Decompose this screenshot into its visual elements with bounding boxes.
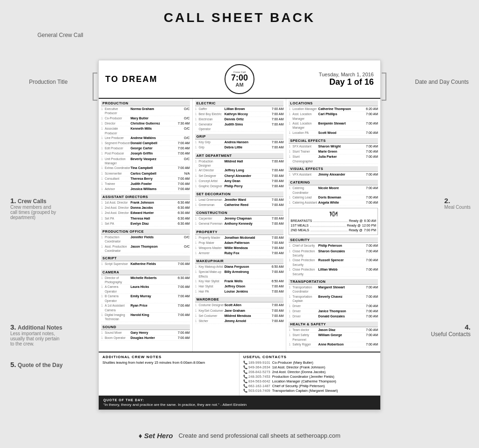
production-office-section: PRODUCTION OFFICE 1 Production Coordinat… (101, 229, 190, 254)
table-row: 1 Catering Lead Doris Bowman 7:00 AM (289, 195, 378, 200)
transportation-rows: 1 Transportation Coordinator Margaret St… (289, 285, 378, 319)
table-row: 1 Trainee Judith Fowler 7:00 AM (101, 182, 190, 187)
table-row: 1 Director Christine Gutierrez 7:30 AM (101, 121, 190, 126)
table-row: 1 Best Boy Electric Kathryn Mccoy 7:00 A… (195, 112, 284, 117)
table-row: 1 Driver Donald Gonzales 7:00 AM (289, 314, 378, 319)
table-row: 1 Transportation Captain Beverly Chavez … (289, 294, 378, 304)
doc-date-block: Tuesday, March 1, 2016 Day 1 of 16 (262, 72, 374, 87)
table-row: 1 2nd Asst. Director Edward Hunter 6:30 … (101, 211, 190, 216)
table-row: 1 Greensman Catherine Reed 7:00 AM (195, 203, 284, 208)
meal-icon: 🍽 (290, 210, 376, 218)
table-row: 1 B Camera Operator Emily Murray 7:00 AM (101, 294, 190, 303)
table-row: 1 Lead Greensman Jennifer Ward 7:00 AM (195, 198, 284, 203)
meals-section: 🍽 BREAKFASTS Ready @ 6:30 AM 1ST MEALS R… (289, 208, 378, 235)
construction-section: CONSTRUCTION 1 Carpenter Jeremy Chapman … (195, 210, 284, 227)
table-row: 1 Co-Producer Mary Butler O/C (101, 116, 190, 121)
diamond-icon: ♦ (138, 432, 142, 440)
script-title: SCRIPT (101, 256, 190, 261)
table-row: 1 Driver Janice Thompson 7:00 AM (289, 309, 378, 314)
vfx-section: VISUAL EFFECTS 1 VFX Assistant Jimmy Ale… (289, 166, 378, 177)
table-row: 1 Gaffer Lillian Brown 7:00 AM (195, 107, 284, 112)
doc-bottom: ADDITIONAL CREW NOTES Shuttles leaving f… (99, 352, 380, 396)
crew-call-circle: Crew Call 7:00 AM (225, 64, 254, 94)
table-row: 1 Close Protection Security Lillian Webb… (289, 267, 378, 277)
hs-title: HEALTH & SAFETY (289, 322, 378, 327)
table-row: 1 2nd Asst. Director Donna Jacobs 6:30 A… (101, 206, 190, 211)
call-sheet-document: TO DREAM Crew Call 7:00 AM Tuesday, Marc… (98, 60, 381, 410)
catering-section: CATERING 1 Catering Coordinator Nicole M… (289, 180, 378, 206)
vfx-title: VISUAL EFFECTS (289, 166, 378, 172)
electric-rows: 1 Gaffer Lillian Brown 7:00 AM 1 Best Bo… (195, 107, 284, 132)
table-row: 1 Asst. Production Coordinator Jason Tho… (101, 244, 190, 254)
table-row: 1 Hair Stylist Jeffrey Olson 7:00 AM (195, 284, 284, 289)
sound-rows: 1 Sound Mixer Gary Henry 7:00 AM 1 Boom … (101, 330, 190, 341)
locations-title: LOCATIONS (289, 101, 378, 106)
doc-body: PRODUCTION 1 Executive Producer Norma Gr… (99, 99, 380, 352)
table-row: 1 Consultant Theresa Berry 7:00 AM (101, 176, 190, 182)
grip-rows: 1 Key Grip Andrea Hansen 7:00 AM 1 Grip … (195, 140, 284, 150)
table-row: 1 Transportation Coordinator Margaret St… (289, 285, 378, 294)
table-row: 1 Armorer Ruby Fox 7:00 AM (195, 251, 284, 256)
table-row: 1 Catering Coordinator Nicole Moore 7:00… (289, 186, 378, 195)
annotation-crew: 1. Crew Calls Crew members and call time… (10, 197, 57, 220)
art-title: ART DEPARTMENT (195, 153, 284, 159)
table-row: 1 Production Coordinator Jennifer Fields… (101, 235, 190, 244)
table-row: 1 Asst. Location Manager Carl Phillips 7… (289, 112, 378, 121)
table-row: 1 1st Asst. Director Frank Johnson 6:30 … (101, 200, 190, 206)
table-row: 1 Art Director Jeffrey Long 7:00 AM (195, 168, 284, 173)
table-row: 1 Graphic Designer Philip Perry 7:00 AM (195, 184, 284, 189)
property-section: PROPERTY 1 Property Master Jonathan Mcdo… (195, 229, 284, 257)
ad-title: ASSISTANT DIRECTORS (101, 194, 190, 200)
sd-title: SET DECORATION (195, 191, 284, 197)
table-row: 1 Script Supervisor Katherine Fields 7:0… (101, 262, 190, 267)
contacts-title: USEFUL CONTACTS (243, 355, 377, 359)
sd-rows: 1 Lead Greensman Jennifer Ward 7:00 AM 1… (195, 198, 284, 208)
contacts-section: USEFUL CONTACTS 📞 189-999-9101 Co-Produc… (240, 353, 380, 396)
security-rows: 1 Chief of Security Philip Peterson 7:00… (289, 243, 378, 277)
table-row: 1 Weapons Master Willie Mendoza 7:00 AM (195, 246, 284, 251)
list-item: 📞 189-999-9101 Co-Producer (Mary Butler) (243, 360, 377, 365)
table-row: 1 Special Make-up Effects Billy Armstron… (195, 270, 284, 279)
table-row: 1 SFX Assistant Sharon Wright 7:00 AM (289, 144, 378, 149)
table-row: 1 Key Makeup Artist Diana Ferguson 6:50 … (195, 264, 284, 270)
table-row: 1 Advisor Jessica Williams 7:00 AM (101, 187, 190, 192)
production-title: PRODUCTION (101, 101, 190, 106)
table-row: 1 Segment Producer Donald Campbell 7:00 … (101, 141, 190, 146)
table-row: 1 Location PA Scott Wood 7:00 AM (289, 131, 378, 136)
table-row: 1 Set PA Theresa Hall 6:30 AM (101, 216, 190, 221)
table-row: 1 Concept Artist Amy Dean 7:00 AM (195, 179, 284, 184)
col-3: LOCATIONS 1 Location Manager Catherine T… (286, 99, 380, 352)
sfx-section: SPECIAL EFFECTS 1 SFX Assistant Sharon W… (289, 138, 378, 164)
list-item: 📞 949-364-2634 1st Asst. Director (Frank… (243, 365, 377, 369)
table-row: 1 Hair PA Louise Jenkins 7:00 AM (195, 289, 284, 294)
sound-title: SOUND (101, 324, 190, 330)
list-item: 1ST MEALS Ready @ 12:00 PM (290, 224, 376, 228)
list-item: BREAKFASTS Ready @ 6:30 AM (290, 219, 376, 223)
bracket-left (93, 73, 97, 101)
table-row: 1 General Foreman Anthony Kennedy 7:00 A… (195, 221, 284, 227)
table-row: 1 Sticher Jimmy Arnold 7:00 AM (195, 319, 284, 324)
table-row: 1 Set Designer Cheryl Alexander 7:00 AM (195, 174, 284, 179)
wardrobe-rows: 1 Costume Designer Scott Allen 7:00 AM 1… (195, 303, 284, 324)
bracket-right (382, 73, 386, 101)
table-row: 1 Costume Designer Scott Allen 7:00 AM (195, 303, 284, 308)
table-row: 1 Extras Coordinator Tina Campbell 7:00 … (101, 166, 190, 171)
sfx-title: SPECIAL EFFECTS (289, 138, 378, 144)
table-row: 1 Set PA Evelyn Diaz 6:30 AM (101, 221, 190, 227)
list-item: 📞 834-563-6042 Location Manager (Catheri… (243, 379, 377, 383)
table-row: 1 Location Manager Catherine Thompson 6:… (289, 107, 378, 112)
annotation-contacts: 4. Useful Contacts (431, 323, 471, 338)
table-row: 1 Driver 7:00 AM (289, 304, 378, 309)
camera-section: CAMERA 1 Director of Photography Michell… (101, 270, 190, 322)
grip-section: GRIP 1 Key Grip Andrea Hansen 7:00 AM 1 … (195, 134, 284, 150)
table-row: 1 Property Master Jonathan Mcdonald 7:00… (195, 235, 284, 241)
makeup-title: MAKEUP/HAIR (195, 258, 284, 264)
vfx-rows: 1 VFX Assistant Jimmy Alexander 7:00 AM (289, 172, 378, 177)
col-2: ELECTRIC 1 Gaffer Lillian Brown 7:00 AM … (193, 99, 287, 352)
annotation-date: Date and Day Counts (415, 79, 469, 85)
transportation-section: TRANSPORTATION 1 Transportation Coordina… (289, 279, 378, 319)
security-title: SECURITY (289, 237, 378, 243)
catering-title: CATERING (289, 180, 378, 185)
annotation-notes: 3. Additional Notes Less important notes… (10, 323, 62, 346)
property-title: PROPERTY (195, 229, 284, 235)
